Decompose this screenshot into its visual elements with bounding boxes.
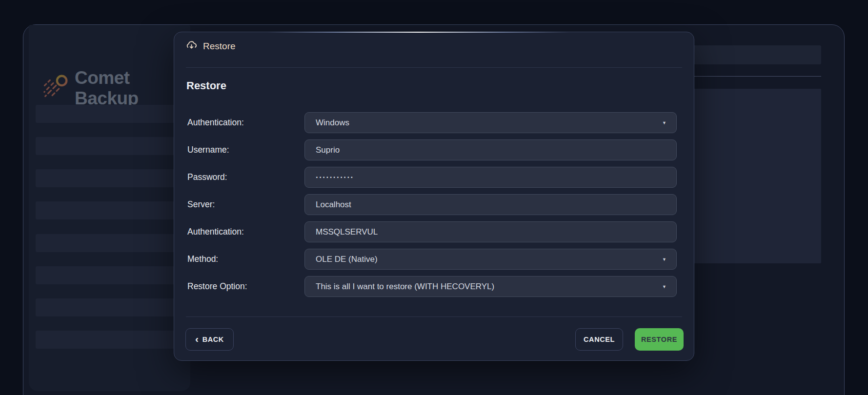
cloud-download-icon — [186, 40, 197, 53]
field-label: Restore Option: — [187, 276, 304, 297]
header-divider — [186, 67, 682, 68]
dialog-top-glow — [268, 32, 569, 33]
dialog-title: Restore — [203, 41, 236, 52]
field-value: MSSQLSERVUL — [316, 227, 378, 237]
field-value: This is all I want to restore (WITH HECO… — [316, 282, 494, 292]
password-password-2[interactable]: ··········· — [304, 167, 677, 188]
sidebar-skeleton-item — [36, 105, 188, 123]
sidebar: Comet Backup — [29, 25, 190, 391]
sidebar-skeleton-item — [36, 266, 188, 284]
field-value: Windows — [316, 118, 349, 128]
form-row-authentication-0: Authentication: Windows ▼ — [187, 112, 677, 133]
back-button[interactable]: ‹ BACK — [185, 328, 234, 351]
form-row-method-5: Method: OLE DE (Native) ▼ — [187, 249, 677, 270]
comet-logo-icon — [40, 73, 71, 103]
logo-text: Comet Backup — [75, 68, 190, 109]
input-username-1[interactable]: Suprio — [304, 139, 677, 160]
form-row-authentication-4: Authentication: MSSQLSERVUL — [187, 221, 677, 242]
restore-button[interactable]: RESTORE — [635, 328, 684, 351]
field-value: Localhost — [316, 200, 351, 210]
field-value: Suprio — [316, 145, 340, 155]
cancel-button[interactable]: CANCEL — [575, 328, 623, 351]
sidebar-skeleton-item — [36, 234, 188, 252]
dropdown-arrow-icon: ▼ — [662, 284, 666, 289]
field-label: Method: — [187, 249, 304, 270]
form-row-server-3: Server: Localhost — [187, 194, 677, 215]
app-logo: Comet Backup — [40, 68, 190, 109]
field-label: Password: — [187, 167, 304, 188]
dropdown-arrow-icon: ▼ — [662, 120, 666, 125]
field-value: ··········· — [316, 173, 354, 182]
restore-button-label: RESTORE — [641, 336, 677, 343]
field-label: Username: — [187, 139, 304, 160]
select-authentication-0[interactable]: Windows ▼ — [304, 112, 677, 133]
select-restore-option-6[interactable]: This is all I want to restore (WITH HECO… — [304, 276, 677, 297]
field-value: OLE DE (Native) — [316, 255, 378, 264]
restore-dialog: Restore Restore Authentication: Windows … — [174, 32, 694, 361]
sidebar-skeleton-item — [36, 137, 188, 155]
sidebar-skeleton-item — [36, 169, 188, 187]
field-label: Server: — [187, 194, 304, 215]
dialog-heading: Restore — [186, 79, 226, 92]
form-row-username-1: Username: Suprio — [187, 139, 677, 160]
sidebar-skeleton-item — [36, 331, 188, 349]
form-row-password-2: Password: ··········· — [187, 167, 677, 188]
field-label: Authentication: — [187, 112, 304, 133]
dialog-header: Restore — [186, 40, 236, 53]
sidebar-skeleton-item — [36, 201, 188, 219]
restore-form: Authentication: Windows ▼ Username: Supr… — [187, 112, 677, 297]
screen: Comet Backup Restore Restore — [0, 0, 868, 395]
sidebar-skeleton-item — [36, 298, 188, 316]
dropdown-arrow-icon: ▼ — [662, 257, 666, 262]
footer-divider — [186, 316, 682, 317]
back-button-label: BACK — [202, 336, 224, 343]
select-method-5[interactable]: OLE DE (Native) ▼ — [304, 249, 677, 270]
field-label: Authentication: — [187, 221, 304, 242]
input-server-3[interactable]: Localhost — [304, 194, 677, 215]
form-row-restore-option-6: Restore Option: This is all I want to re… — [187, 276, 677, 297]
input-authentication-4[interactable]: MSSQLSERVUL — [304, 221, 677, 242]
cancel-button-label: CANCEL — [584, 336, 615, 343]
